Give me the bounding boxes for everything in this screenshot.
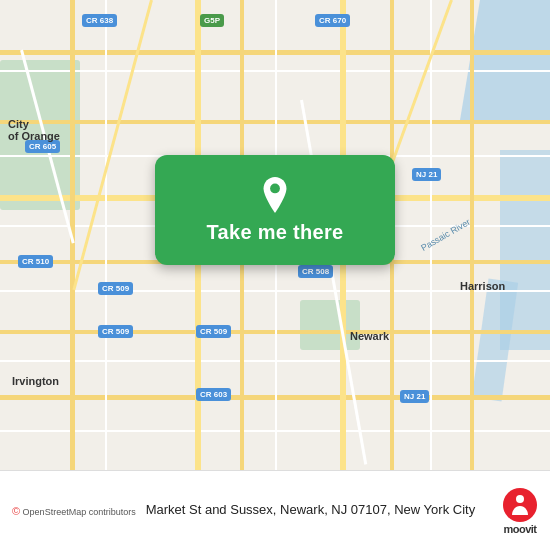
moovit-logo: moovit bbox=[502, 487, 538, 535]
badge-nj21-bottom: NJ 21 bbox=[400, 390, 429, 403]
badge-cr509-2: CR 509 bbox=[98, 325, 133, 338]
green-center bbox=[300, 300, 360, 350]
svg-point-0 bbox=[270, 183, 280, 193]
take-me-there-button[interactable]: Take me there bbox=[155, 155, 395, 265]
badge-cr603: CR 603 bbox=[196, 388, 231, 401]
map-view: CR 638 G5P CR 670 CR 605 G5 NJ 21 CR 510… bbox=[0, 0, 550, 470]
address-text: Market St and Sussex, Newark, NJ 07107, … bbox=[146, 501, 492, 519]
svg-point-2 bbox=[516, 495, 524, 503]
button-label: Take me there bbox=[207, 221, 344, 244]
badge-nj21-top: NJ 21 bbox=[412, 168, 441, 181]
label-newark: Newark bbox=[350, 330, 389, 342]
svg-point-1 bbox=[503, 488, 537, 522]
badge-cr670: CR 670 bbox=[315, 14, 350, 27]
road-v2 bbox=[105, 0, 107, 470]
road-v8 bbox=[430, 0, 432, 470]
moovit-text: moovit bbox=[503, 523, 536, 535]
badge-cr509-3: CR 509 bbox=[196, 325, 231, 338]
label-harrison: Harrison bbox=[460, 280, 505, 292]
badge-cr638: CR 638 bbox=[82, 14, 117, 27]
label-city-orange: Cityof Orange bbox=[8, 118, 60, 142]
road-v9 bbox=[470, 0, 474, 470]
moovit-icon bbox=[502, 487, 538, 523]
badge-cr509-1: CR 509 bbox=[98, 282, 133, 295]
badge-cr510: CR 510 bbox=[18, 255, 53, 268]
badge-g5p: G5P bbox=[200, 14, 224, 27]
label-irvington: Irvington bbox=[12, 375, 59, 387]
osm-credit: © OpenStreetMap contributors bbox=[12, 505, 136, 517]
badge-cr508: CR 508 bbox=[298, 265, 333, 278]
bottom-bar: © OpenStreetMap contributors Market St a… bbox=[0, 470, 550, 550]
location-pin-icon bbox=[257, 177, 293, 213]
